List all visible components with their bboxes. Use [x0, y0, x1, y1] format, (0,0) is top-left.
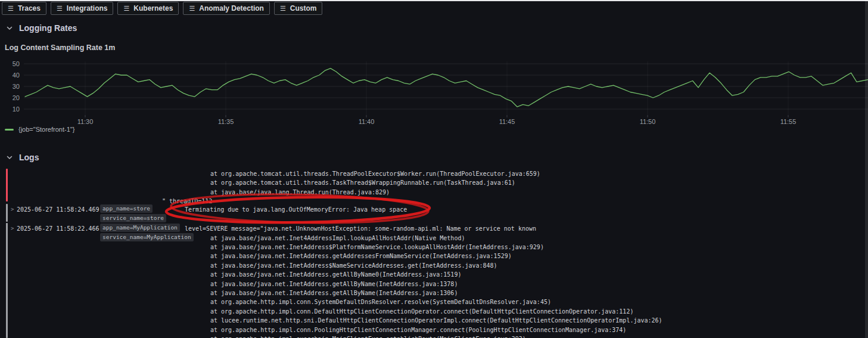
log-stacktrace-line: at org.apache.tomcat.util.threads.TaskTh…: [210, 178, 515, 187]
y-axis-tick: 40: [13, 72, 20, 79]
log-stacktrace-line: at lucee.runtime.net.http.sni.DefaultHtt…: [210, 316, 662, 325]
log-stacktrace-line: at java.base/java.net.InetAddress.getAll…: [210, 280, 458, 289]
log-stacktrace-line: at org.apache.tomcat.util.threads.Thread…: [210, 169, 540, 178]
log-timestamp[interactable]: 2025-06-27 11:58:24.469: [17, 205, 99, 214]
x-axis-tick: 11:30: [77, 118, 94, 125]
tab-traces[interactable]: ☰Traces: [2, 2, 46, 15]
tab-label: Kubernetes: [133, 4, 173, 13]
y-axis-tick: 30: [13, 83, 20, 90]
chevron-down-icon: [6, 24, 13, 32]
log-stacktrace-line: at java.base/java.net.Inet4AddressImpl.l…: [210, 234, 465, 243]
log-label-pill[interactable]: service_name=MyApplication: [100, 233, 194, 241]
x-axis-tick: 11:35: [218, 118, 234, 125]
log-stacktrace-line: " threadID=112: [162, 197, 212, 206]
sampling-rate-series-line: [25, 69, 868, 107]
log-level-bar: [6, 204, 8, 222]
section-title-logging-rates: Logging Rates: [19, 23, 77, 33]
sampling-rate-chart[interactable]: 102030405011:3011:3511:4011:4511:5011:55: [0, 57, 868, 128]
tab-anomaly-detection[interactable]: ☰Anomaly Detection: [183, 2, 270, 15]
log-stacktrace-line: at java.base/java.lang.Thread.run(Thread…: [210, 188, 390, 197]
log-stacktrace-line: at org.apache.http.impl.conn.SystemDefau…: [210, 297, 551, 306]
section-logging-rates[interactable]: Logging Rates: [6, 23, 77, 33]
panel-title: Log Content Sampling Rate 1m: [5, 44, 115, 52]
log-row-expand-icon[interactable]: >: [11, 224, 14, 233]
x-axis-tick: 11:50: [640, 118, 656, 125]
legend-label: {job="Storefront-1"}: [18, 126, 74, 133]
log-label-pill[interactable]: app_name=MyApplication: [100, 224, 180, 232]
scrollbar[interactable]: [865, 0, 868, 338]
log-stacktrace-line: at org.apache.http.impl.execchain.MainCl…: [210, 334, 526, 338]
tab-integrations[interactable]: ☰Integrations: [51, 2, 114, 15]
log-message: Terminating due to java.lang.OutOfMemory…: [185, 205, 407, 214]
menu-icon: ☰: [123, 5, 129, 12]
chart-legend[interactable]: {job="Storefront-1"}: [5, 126, 74, 133]
y-axis-tick: 20: [13, 94, 20, 101]
log-stacktrace-line: at org.apache.http.impl.conn.DefaultHttp…: [210, 307, 633, 316]
logs-panel: at org.apache.tomcat.util.threads.Thread…: [0, 169, 868, 338]
section-title-logs: Logs: [19, 153, 39, 162]
tab-label: Traces: [18, 4, 41, 13]
series-color-dash: [5, 129, 14, 131]
chevron-down-icon: [6, 154, 13, 161]
log-message: level=SEVERE message="java.net.UnknownHo…: [185, 224, 536, 233]
menu-icon: ☰: [57, 5, 63, 12]
tab-label: Custom: [290, 4, 317, 13]
log-level-bar: [6, 223, 8, 338]
tab-label: Anomaly Detection: [199, 4, 264, 13]
log-stacktrace-line: at org.apache.http.impl.conn.PoolingHttp…: [210, 325, 626, 334]
y-axis-tick: 10: [13, 106, 20, 113]
tab-custom[interactable]: ☰Custom: [274, 2, 323, 15]
log-stacktrace-line: at java.base/java.net.InetAddress.getAdd…: [210, 252, 512, 261]
log-label-pill[interactable]: service_name=store: [100, 214, 166, 222]
log-stacktrace-line: at java.base/java.net.InetAddress$NameSe…: [210, 261, 497, 270]
log-stacktrace-line: at java.base/java.net.InetAddress$Platfo…: [210, 243, 544, 252]
log-label-pill[interactable]: app_name=store: [100, 204, 153, 213]
menu-icon: ☰: [280, 5, 286, 12]
menu-icon: ☰: [8, 5, 14, 12]
log-stacktrace-line: at java.base/java.net.InetAddress.getAll…: [210, 270, 461, 279]
dashboard-links-bar: ☰Traces☰Integrations☰Kubernetes☰Anomaly …: [2, 2, 322, 15]
log-stacktrace-line: at java.base/java.net.InetAddress.getAll…: [210, 289, 458, 297]
x-axis-tick: 11:45: [499, 118, 515, 125]
window-top-border: [0, 0, 868, 1]
tab-kubernetes[interactable]: ☰Kubernetes: [117, 2, 179, 15]
grafana-dashboard: ☰Traces☰Integrations☰Kubernetes☰Anomaly …: [0, 0, 868, 338]
menu-icon: ☰: [189, 5, 195, 12]
x-axis-tick: 11:40: [359, 118, 375, 125]
log-timestamp[interactable]: 2025-06-27 11:58:22.466: [17, 224, 99, 233]
x-axis-tick: 11:55: [780, 118, 797, 125]
log-row-expand-icon[interactable]: >: [11, 205, 14, 214]
y-axis-tick: 50: [13, 60, 20, 67]
tab-label: Integrations: [67, 4, 108, 13]
log-level-bar-error: [6, 169, 8, 201]
section-logs[interactable]: Logs: [6, 153, 39, 162]
